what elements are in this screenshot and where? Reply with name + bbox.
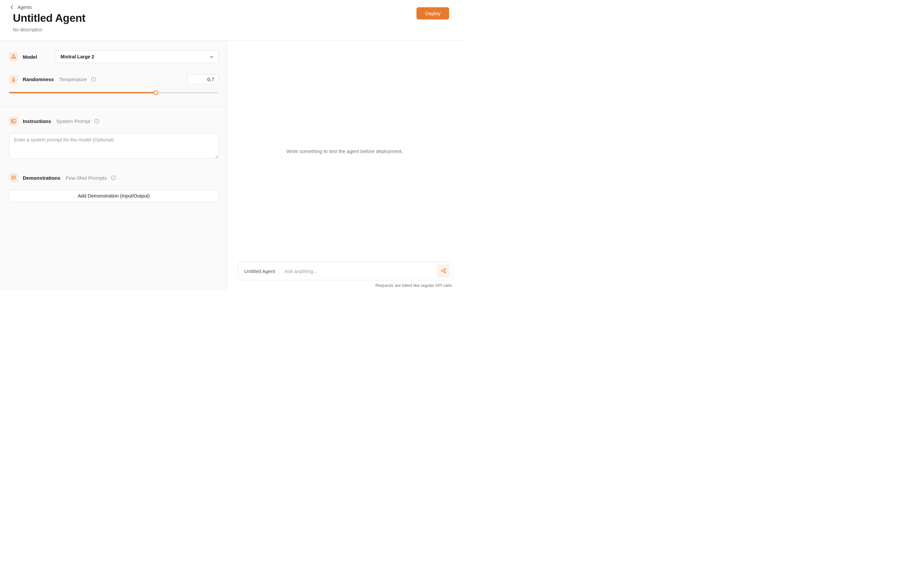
send-icon [441,268,447,275]
billing-note: Requests are billed like regular API cal… [238,283,453,288]
model-selected-value: Mistral Large 2 [60,54,94,59]
svg-rect-18 [113,178,114,179]
fewshot-sublabel: Few-Shot Prompts [66,175,107,181]
config-panel: Model Mistral Large 2 [0,41,228,291]
svg-rect-13 [97,121,97,122]
model-icon [9,52,18,61]
chat-input[interactable] [284,268,432,274]
svg-rect-9 [12,120,13,121]
instructions-label: Instructions [23,119,51,124]
playground-empty-state: Write something to test the agent before… [228,41,462,262]
demonstrations-section: Demonstrations Few-Shot Prompts Add Demo… [0,166,227,212]
thermometer-icon [9,75,18,84]
chat-agent-name: Untitled Agent [244,268,280,274]
instructions-section: Instructions System Prompt [0,107,227,166]
deploy-button[interactable]: Deploy [416,7,449,20]
randomness-label: Randomness [23,76,54,82]
chat-input-container: Untitled Agent [238,262,453,280]
svg-point-3 [13,80,14,81]
temperature-input[interactable] [187,74,218,84]
model-section: Model Mistral Large 2 [0,41,227,107]
svg-point-12 [97,120,97,120]
add-demonstration-button[interactable]: Add Demonstration (Input/Output) [9,189,218,202]
svg-point-1 [12,58,13,59]
svg-rect-7 [93,79,94,80]
svg-rect-8 [11,119,16,123]
page-header: Agents Untitled Agent No description Dep… [0,0,462,41]
svg-point-0 [13,54,14,56]
page-title: Untitled Agent [13,12,86,25]
svg-point-17 [113,176,114,177]
system-prompt-input[interactable] [9,133,218,159]
card-icon [9,117,18,126]
chevron-left-icon[interactable] [10,5,14,10]
model-label: Model [23,54,37,60]
send-button[interactable] [437,265,450,278]
chat-icon [9,173,18,182]
playground-panel: Write something to test the agent before… [228,41,462,291]
info-icon[interactable] [91,77,96,82]
temperature-slider[interactable] [9,91,218,95]
system-prompt-sublabel: System Prompt [56,119,91,124]
slider-thumb[interactable] [153,91,158,95]
svg-point-2 [15,58,16,59]
demonstrations-label: Demonstrations [23,175,60,181]
chevron-down-icon [210,54,213,59]
page-subtitle: No description [13,27,86,32]
svg-point-6 [93,78,94,79]
info-icon[interactable] [111,175,116,180]
breadcrumb: Agents [10,5,449,10]
breadcrumb-agents-link[interactable]: Agents [18,5,32,10]
model-select[interactable]: Mistral Large 2 [55,51,218,63]
info-icon[interactable] [94,119,99,123]
temperature-sublabel: Temperature [59,76,87,82]
